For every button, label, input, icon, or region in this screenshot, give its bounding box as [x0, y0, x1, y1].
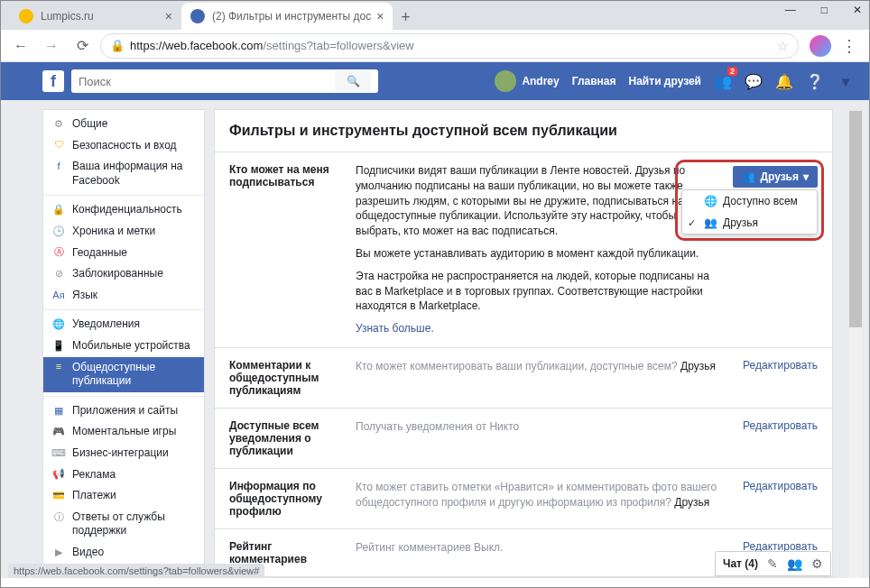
friends-icon: 👥	[704, 216, 717, 229]
nav-home[interactable]: Главная	[572, 75, 616, 87]
minimize-button[interactable]: —	[785, 4, 796, 16]
settings-sidebar: ⚙Общие🛡Безопасность и входfВаша информац…	[42, 109, 205, 578]
sidebar-item-icon: ▶	[52, 546, 65, 558]
search-button[interactable]: 🔍	[335, 70, 371, 92]
sidebar-item[interactable]: ▦Приложения и сайты	[43, 400, 204, 422]
badge: 2	[727, 67, 737, 76]
sidebar-item-label: Уведомления	[72, 317, 140, 332]
row-body: Кто может ставить отметки «Нравится» и к…	[356, 480, 734, 518]
close-tab-icon[interactable]: ×	[376, 9, 384, 23]
compose-icon[interactable]: ✎	[767, 556, 778, 571]
audience-button[interactable]: 👥 Друзья ▾	[733, 166, 818, 188]
sidebar-item-label: Мобильные устройства	[72, 339, 190, 354]
edit-link[interactable]: Редактировать	[743, 419, 818, 457]
sidebar-item[interactable]: 🎮Моментальные игры	[43, 421, 204, 443]
window-controls: — □ ✕	[785, 4, 862, 16]
sidebar-item[interactable]: ⊘Заблокированные	[43, 263, 204, 285]
audience-button-label: Друзья	[760, 170, 799, 183]
sidebar-item-label: Хроника и метки	[72, 225, 155, 239]
nav-find-friends[interactable]: Найти друзей	[629, 75, 701, 87]
sidebar-item[interactable]: ⚙Общие	[43, 114, 204, 135]
browser-menu-button[interactable]: ⋮	[837, 36, 862, 56]
notifications-icon[interactable]: 🔔	[775, 72, 793, 90]
sidebar-item[interactable]: 🔒Конфиденциальность	[43, 199, 204, 221]
sidebar-item[interactable]: 🕒Хроника и метки	[43, 221, 204, 243]
scrollbar[interactable]	[849, 111, 862, 578]
close-button[interactable]: ✕	[853, 4, 862, 16]
reload-button[interactable]: ⟳	[69, 33, 95, 59]
forward-button[interactable]: →	[39, 33, 64, 59]
sidebar-item[interactable]: 📱Мобильные устройства	[43, 335, 204, 357]
row-label: Рейтинг комментариев	[229, 540, 347, 565]
section-text: Вы можете устанавливать аудиторию в моме…	[356, 246, 718, 262]
address-bar[interactable]: 🔒 https://web.facebook.com/settings?tab=…	[100, 33, 799, 59]
favicon	[190, 9, 205, 23]
learn-more-link[interactable]: Узнать больше.	[356, 322, 434, 335]
maximize-button[interactable]: □	[821, 4, 828, 16]
sidebar-item-label: Видео	[72, 546, 104, 560]
group-icon[interactable]: 👥	[787, 556, 802, 571]
sidebar-item-icon: 📢	[52, 468, 65, 481]
facebook-logo[interactable]: f	[42, 70, 64, 92]
dropdown-caret-icon[interactable]: ▾	[837, 72, 855, 90]
tab-lumpics[interactable]: Lumpics.ru ×	[10, 3, 181, 30]
sidebar-item-label: Приложения и сайты	[72, 404, 178, 418]
sidebar-item-label: Ваша информация на Facebook	[72, 160, 197, 188]
row-body: Кто может комментировать ваши публикации…	[356, 359, 734, 397]
new-tab-button[interactable]: +	[393, 5, 418, 30]
profile-avatar[interactable]	[810, 35, 831, 57]
nav-user[interactable]: Andrey	[495, 70, 559, 92]
tab-title: Lumpics.ru	[41, 10, 160, 23]
option-friends[interactable]: ✓ 👥 Друзья	[682, 212, 817, 234]
row-label: Доступные всем уведомления о публикации	[229, 419, 347, 457]
sidebar-item-icon: 📱	[52, 339, 65, 352]
audience-selector-highlight: 👥 Друзья ▾ 🌐 Доступно всем ✓ 👥 Друзья	[675, 160, 824, 241]
back-button[interactable]: ←	[8, 33, 33, 59]
sidebar-item[interactable]: АяЯзык	[43, 285, 204, 307]
tab-facebook[interactable]: (2) Фильтры и инструменты дос ×	[181, 3, 393, 30]
sidebar-item[interactable]: ▶Видео	[43, 542, 204, 564]
sidebar-item[interactable]: ≡Общедоступные публикации	[43, 357, 204, 392]
sidebar-item[interactable]: ⒶГеоданные	[43, 243, 204, 264]
sidebar-item[interactable]: 🌐Уведомления	[43, 314, 204, 335]
favicon	[19, 9, 33, 23]
chat-bar[interactable]: Чат (4) ✎ 👥 ⚙	[715, 551, 831, 576]
sidebar-item-icon: Ⓐ	[52, 246, 65, 259]
sidebar-item-icon: f	[52, 160, 65, 172]
user-name: Andrey	[522, 75, 559, 87]
sidebar-item[interactable]: ⓘОтветы от службы поддержки	[43, 507, 204, 542]
row-label: Комментарии к общедоступным публикациям	[229, 359, 347, 397]
sidebar-item-label: Реклама	[72, 468, 116, 482]
sidebar-item[interactable]: ⌨Бизнес-интеграции	[43, 443, 204, 464]
settings-row: Доступные всем уведомления о публикацииП…	[215, 409, 832, 469]
close-tab-icon[interactable]: ×	[165, 9, 172, 23]
settings-row: Информация по общедоступному профилюКто …	[215, 469, 832, 529]
chat-label: Чат (4)	[723, 557, 758, 570]
sidebar-item-icon: 🎮	[52, 425, 65, 437]
scrollbar-thumb[interactable]	[849, 111, 862, 327]
settings-row: Имя пользователя FacebookВы не задали им…	[215, 577, 832, 578]
sidebar-item-icon: ⊘	[52, 267, 65, 280]
sidebar-item-label: Ответы от службы поддержки	[72, 510, 197, 538]
sidebar-item[interactable]: 📢Реклама	[43, 464, 204, 486]
address-bar-row: ← → ⟳ 🔒 https://web.facebook.com/setting…	[1, 30, 869, 62]
sidebar-item[interactable]: 🛡Безопасность и вход	[43, 135, 204, 157]
sidebar-item-label: Моментальные игры	[72, 425, 176, 439]
row-body: Получать уведомления от Никто	[356, 419, 734, 457]
messages-icon[interactable]: 💬	[745, 72, 763, 90]
bookmark-star-icon[interactable]: ☆	[777, 39, 789, 53]
option-public[interactable]: 🌐 Доступно всем	[682, 190, 817, 212]
audience-dropdown: 🌐 Доступно всем ✓ 👥 Друзья	[681, 189, 818, 234]
gear-icon[interactable]: ⚙	[811, 556, 823, 571]
edit-link[interactable]: Редактировать	[743, 359, 818, 397]
sidebar-item[interactable]: 💳Платежи	[43, 485, 204, 507]
sidebar-item[interactable]: fВаша информация на Facebook	[43, 156, 204, 191]
section-text: Подписчики видят ваши публикации в Ленте…	[356, 163, 718, 239]
help-icon[interactable]: ❔	[806, 72, 824, 90]
sidebar-item-label: Бизнес-интеграции	[72, 446, 169, 461]
edit-link[interactable]: Редактировать	[743, 480, 818, 518]
sidebar-item-icon: ⌨	[52, 446, 65, 459]
sidebar-item-icon: 🛡	[52, 139, 65, 152]
friend-requests-icon[interactable]: 👥2	[714, 72, 732, 90]
search-input[interactable]	[79, 75, 329, 88]
